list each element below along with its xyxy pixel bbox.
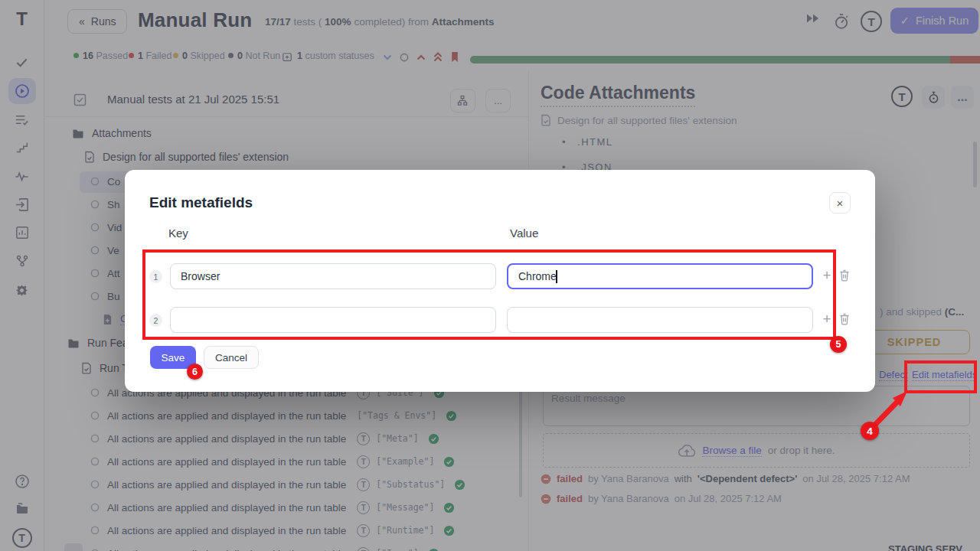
annotation-badge-4: 4	[861, 422, 879, 440]
close-icon[interactable]: ×	[829, 192, 851, 214]
annotation-badge-5: 5	[830, 336, 847, 353]
app-window: « Runs Manual Run 17/17 tests ( 100% com…	[0, 0, 980, 551]
modal-title: Edit metafields	[149, 194, 253, 211]
annotation-rect-4	[904, 360, 977, 393]
trash-icon[interactable]	[839, 269, 851, 282]
key-column-header: Key	[168, 227, 188, 240]
trash-icon[interactable]	[839, 313, 851, 326]
cancel-button[interactable]: Cancel	[204, 346, 259, 369]
annotation-rect-5	[142, 249, 836, 340]
annotation-badge-6: 6	[187, 364, 203, 380]
value-column-header: Value	[510, 227, 538, 240]
